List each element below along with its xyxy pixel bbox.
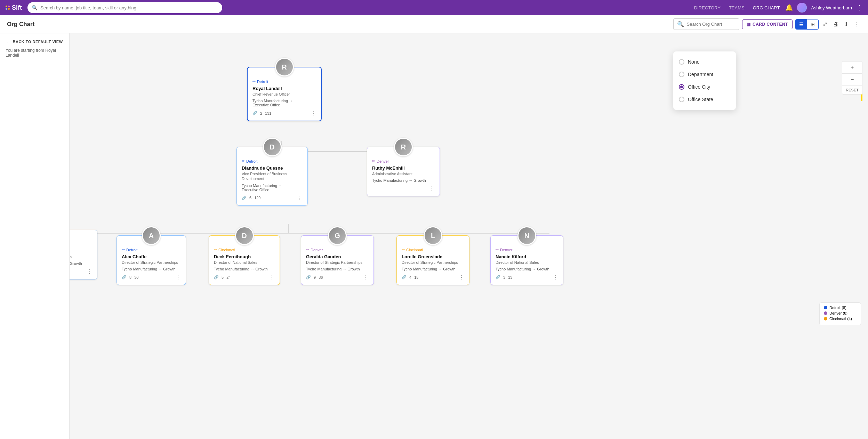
- global-search-input[interactable]: [40, 5, 218, 10]
- alex-more-button[interactable]: ⋮: [175, 274, 181, 281]
- royal-org-icon: 🔗: [252, 111, 257, 115]
- nav-org-chart[interactable]: ORG CHART: [753, 5, 780, 10]
- geralda-name: Geralda Gauden: [306, 254, 369, 259]
- deck-name: Deck Fernihough: [214, 254, 275, 259]
- view-toggle: ☰ ⊞: [795, 19, 819, 30]
- print-button[interactable]: 🖨: [831, 20, 840, 29]
- dropdown-office-state[interactable]: Office State: [673, 93, 736, 106]
- royal-name: Royal Landell: [252, 86, 316, 91]
- card-content-dropdown: None Department Office City Office State: [673, 51, 736, 110]
- sidebar-panel: ← BACK TO DEFAULT VIEW You are starting …: [0, 33, 70, 439]
- zoom-reset-button[interactable]: RESET: [842, 86, 862, 94]
- nancie-count: 13: [508, 275, 512, 279]
- notifications-icon[interactable]: 🔔: [785, 4, 793, 11]
- royal-more-button[interactable]: ⋮: [311, 110, 316, 116]
- ssford-more-button[interactable]: ⋮: [87, 268, 92, 275]
- ssford-footer: ⋮: [70, 268, 92, 275]
- deck-dept: Tycho Manufacturing → Growth: [214, 267, 275, 271]
- zoom-in-button[interactable]: +: [842, 62, 862, 74]
- lorelle-more-button[interactable]: ⋮: [459, 274, 464, 281]
- card-alex[interactable]: A ✏ Detroit Alex Chaffe Director of Stra…: [116, 226, 186, 285]
- nav-teams[interactable]: TEAMS: [729, 5, 745, 10]
- zoom-out-button[interactable]: −: [842, 74, 862, 86]
- lorelle-reports: 4: [409, 275, 411, 279]
- ssford-name: ssford: [70, 249, 92, 254]
- diandra-footer: 🔗 6 129 ⋮: [242, 195, 303, 201]
- fullscreen-button[interactable]: ⤢: [821, 19, 829, 29]
- royal-edit-icon: ✏: [252, 79, 256, 84]
- deck-title: Director of National Sales: [214, 260, 275, 265]
- alex-name: Alex Chaffe: [122, 254, 181, 259]
- card-nancie[interactable]: N ✏ Denver Nancie Kilford Director of Na…: [490, 226, 563, 285]
- diandra-more-button[interactable]: ⋮: [297, 195, 303, 201]
- deck-footer: 🔗 5 24 ⋮: [214, 274, 275, 281]
- dropdown-none[interactable]: None: [673, 56, 736, 68]
- legend-dot-cincinnati: [824, 317, 827, 320]
- nav-more-icon[interactable]: ⋮: [856, 4, 862, 11]
- user-name: Ashley Weatherburn: [811, 5, 852, 10]
- card-ssford[interactable]: ✏ Detroit ssford National Sales ufacturi…: [70, 230, 97, 279]
- radio-dot-office-city: [680, 86, 683, 88]
- geralda-avatar-wrapper: G: [301, 226, 374, 245]
- alex-org-icon: 🔗: [122, 275, 127, 279]
- download-button[interactable]: ⬇: [843, 19, 850, 29]
- back-arrow-icon: ←: [6, 39, 11, 44]
- card-content-button[interactable]: ▦ CARD CONTENT: [742, 19, 793, 29]
- lorelle-edit-icon: ✏: [402, 247, 405, 252]
- ruthy-more-button[interactable]: ⋮: [429, 185, 435, 192]
- card-content-icon: ▦: [747, 22, 751, 27]
- ssford-dept: ufacturing → Growth: [70, 261, 92, 266]
- card-lorelle[interactable]: L ✏ Cincinnati Lorelle Greenslade Direct…: [396, 226, 469, 285]
- royal-avatar: R: [275, 58, 294, 76]
- lorelle-stats: 🔗 4 15: [402, 275, 418, 279]
- org-search-container[interactable]: 🔍: [673, 18, 739, 30]
- nav-directory[interactable]: DIRECTORY: [694, 5, 721, 10]
- diandra-title: Vice President of Business Development: [242, 171, 303, 181]
- royal-stats: 🔗 2 131: [252, 111, 271, 115]
- back-to-default-button[interactable]: ← BACK TO DEFAULT VIEW: [6, 39, 64, 44]
- ssford-card-inner: ✏ Detroit ssford National Sales ufacturi…: [70, 230, 97, 279]
- org-search-icon: 🔍: [677, 21, 684, 27]
- top-navigation: Sift 🔍 DIRECTORY TEAMS ORG CHART 🔔 Ashle…: [0, 0, 868, 15]
- more-options-button[interactable]: ⋮: [853, 19, 861, 29]
- alex-city: ✏ Detroit: [122, 247, 181, 252]
- logo-dot-2: [8, 6, 10, 7]
- org-search-input[interactable]: [687, 22, 736, 27]
- dropdown-city-label: Office City: [688, 84, 710, 90]
- grid-view-button[interactable]: ⊞: [807, 19, 818, 29]
- ruthy-avatar-wrapper: R: [367, 138, 440, 156]
- diandra-reports: 6: [249, 196, 251, 200]
- list-view-button[interactable]: ☰: [796, 19, 807, 29]
- nancie-reports: 3: [503, 275, 505, 279]
- back-label: BACK TO DEFAULT VIEW: [13, 40, 63, 44]
- deck-more-button[interactable]: ⋮: [269, 274, 275, 281]
- royal-dept: Tycho Manufacturing → Executive Office: [252, 99, 316, 107]
- nancie-dept: Tycho Manufacturing → Growth: [496, 267, 558, 271]
- legend-label-detroit: Detroit (8): [829, 306, 846, 310]
- alex-footer: 🔗 8 30 ⋮: [122, 274, 181, 281]
- geralda-avatar: G: [328, 226, 347, 245]
- card-royal-landell[interactable]: R ✏ Detroit Royal Landell Chief Revenue …: [247, 58, 322, 121]
- lorelle-avatar: L: [424, 226, 442, 245]
- legend-item-cincinnati: Cincinnati (4): [824, 317, 857, 321]
- dropdown-department[interactable]: Department: [673, 68, 736, 81]
- ruthy-avatar: R: [394, 138, 413, 156]
- app-logo[interactable]: Sift: [6, 4, 22, 11]
- card-geralda[interactable]: G ✏ Denver Geralda Gauden Director of St…: [301, 226, 374, 285]
- geralda-edit-icon: ✏: [306, 247, 309, 252]
- alex-edit-icon: ✏: [122, 247, 125, 252]
- legend-label-denver: Denver (8): [829, 311, 847, 315]
- diandra-count: 129: [254, 196, 260, 200]
- nav-right: 🔔 Ashley Weatherburn ⋮: [785, 3, 862, 13]
- card-ruthy[interactable]: R ✏ Denver Ruthy McEnhill Administrative…: [367, 138, 440, 196]
- geralda-more-button[interactable]: ⋮: [363, 274, 369, 281]
- dropdown-none-label: None: [688, 59, 699, 65]
- card-diandra[interactable]: D ✏ Detroit Diandra de Quesne Vice Presi…: [236, 138, 308, 206]
- dropdown-office-city[interactable]: Office City: [673, 81, 736, 93]
- card-deck[interactable]: D ✏ Cincinnati Deck Fernihough Director …: [209, 226, 280, 285]
- user-avatar[interactable]: [797, 3, 807, 13]
- nancie-more-button[interactable]: ⋮: [553, 274, 558, 281]
- lorelle-title: Director of Strategic Partnerships: [402, 260, 464, 265]
- alex-stats: 🔗 8 30: [122, 275, 138, 279]
- global-search-bar[interactable]: 🔍: [27, 2, 222, 13]
